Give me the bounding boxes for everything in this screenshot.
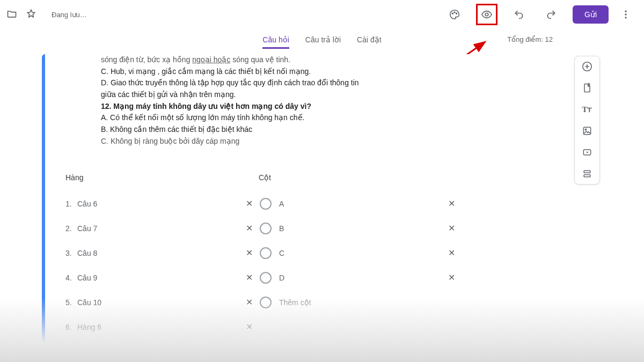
- add-question-icon[interactable]: [581, 61, 593, 72]
- column-radio-icon: [260, 223, 272, 234]
- row-label[interactable]: Câu 9: [77, 274, 238, 282]
- remove-row-icon[interactable]: [238, 248, 260, 258]
- column-radio-icon: [260, 272, 272, 284]
- svg-rect-11: [584, 171, 590, 173]
- send-button[interactable]: Gửi: [573, 5, 609, 24]
- remove-column-icon[interactable]: [441, 248, 462, 258]
- column-radio-icon: [260, 247, 272, 259]
- total-score: Tổng điểm: 12: [507, 35, 553, 43]
- palette-icon[interactable]: [444, 4, 465, 25]
- row-label[interactable]: Câu 8: [77, 249, 238, 257]
- svg-point-4: [625, 11, 626, 12]
- floating-toolbar: Tᴛ: [574, 56, 600, 184]
- star-icon[interactable]: [26, 9, 38, 20]
- svg-point-2: [456, 13, 457, 14]
- tab-questions[interactable]: Câu hỏi: [262, 35, 289, 49]
- undo-icon[interactable]: [508, 4, 530, 25]
- question-description: sóng điện từ, bức xạ hồng ngoại hoặc són…: [42, 54, 564, 158]
- column-label[interactable]: C: [279, 249, 441, 257]
- more-menu-icon[interactable]: [619, 8, 632, 21]
- rows-header: Hàng: [65, 173, 259, 182]
- row-label[interactable]: Câu 6: [77, 200, 238, 208]
- svg-point-1: [454, 12, 455, 13]
- tab-settings[interactable]: Cài đặt: [357, 35, 382, 49]
- row-index: 4.: [65, 274, 77, 282]
- tab-responses[interactable]: Câu trả lời: [305, 35, 341, 49]
- add-image-icon[interactable]: [581, 125, 593, 137]
- import-question-icon[interactable]: [581, 82, 593, 94]
- add-video-icon[interactable]: [581, 146, 593, 158]
- column-label[interactable]: B: [279, 224, 441, 233]
- remove-row-icon[interactable]: [238, 223, 260, 233]
- svg-point-9: [585, 129, 587, 130]
- svg-point-6: [625, 17, 626, 18]
- svg-point-0: [452, 13, 453, 14]
- move-folder-icon[interactable]: [6, 9, 18, 20]
- add-section-icon[interactable]: [581, 168, 593, 180]
- column-label[interactable]: D: [279, 274, 441, 282]
- row-index: 3.: [65, 249, 77, 257]
- row-index: 2.: [65, 224, 77, 233]
- remove-column-icon[interactable]: [441, 198, 462, 209]
- row-label[interactable]: Câu 7: [77, 224, 238, 233]
- svg-point-5: [625, 13, 626, 15]
- add-title-icon[interactable]: Tᴛ: [581, 104, 593, 115]
- remove-row-icon[interactable]: [238, 272, 260, 283]
- remove-row-icon[interactable]: [238, 198, 260, 209]
- saving-status: Đang lưu…: [52, 11, 87, 19]
- bottom-fade: [0, 298, 644, 362]
- redo-icon[interactable]: [540, 4, 562, 25]
- column-radio-icon: [260, 198, 272, 210]
- svg-rect-12: [584, 175, 590, 177]
- remove-column-icon[interactable]: [441, 272, 462, 283]
- remove-column-icon[interactable]: [441, 223, 462, 233]
- cols-header: Cột: [259, 173, 271, 182]
- column-label[interactable]: A: [279, 200, 441, 208]
- row-index: 1.: [65, 200, 77, 208]
- svg-point-3: [485, 13, 488, 16]
- preview-icon[interactable]: [476, 4, 497, 25]
